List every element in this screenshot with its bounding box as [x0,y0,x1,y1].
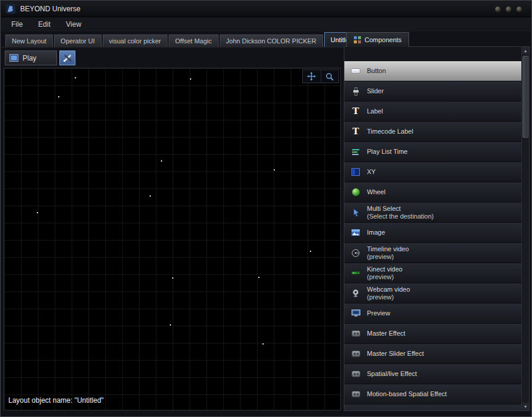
component-item-webcam-video[interactable]: Webcam video(preview) [344,283,521,304]
tab-offset-magic[interactable]: Offset Magic [169,34,218,47]
star-dot [170,324,171,326]
component-item-timecode-label[interactable]: TTimecode Label [344,122,521,142]
menu-edit[interactable]: Edit [30,18,58,31]
component-item-slider[interactable]: Slider [344,81,521,102]
kinect-video-icon [344,270,367,276]
star-dot [190,78,191,80]
component-item-pause-effect[interactable]: Pause Effect [344,405,521,410]
star-dot [37,212,38,213]
components-list: ButtonSliderTLabelTTimecode LabelPlay Li… [344,47,521,410]
maximize-button[interactable] [505,6,512,12]
menu-bar: FileEditView [1,17,531,31]
timeline-video-icon [344,249,367,257]
scrollbar-thumb[interactable] [522,56,528,138]
star-dot [274,169,275,170]
component-item-kinect-video[interactable]: Kinect video(preview) [344,263,521,283]
menu-view[interactable]: View [58,18,89,31]
xy-icon [344,168,367,176]
component-item-label: Play List Time [367,148,407,156]
play-button[interactable]: Play [5,50,57,65]
component-item-text: Image [367,229,385,236]
tab-visual-color-picker[interactable]: visual color picker [103,34,167,47]
window-title: BEYOND Universe [20,5,80,13]
webcam-video-icon [344,289,367,298]
multi-select-icon [344,208,367,217]
components-scrollbar[interactable]: ▲ ▼ [521,47,529,410]
component-item-label: Master Effect [367,330,406,337]
star-dot [75,77,76,78]
layout-canvas[interactable]: Layout object name: "Untitled" [4,68,341,410]
component-item-button[interactable]: Button [344,61,521,81]
component-item-motion-based-spatial-effect[interactable]: Motion-based Spatial Effect [344,384,521,405]
tab-operator-ui[interactable]: Operator UI [54,34,101,47]
components-icon [354,36,361,43]
component-item-label: Multi Select [367,205,434,213]
menu-file[interactable]: File [4,18,30,31]
component-item-wheel[interactable]: Wheel [344,182,521,203]
component-item-text: Webcam video(preview) [367,286,410,301]
component-item-spatial-live-effect[interactable]: Spatial/live Effect [344,364,521,384]
component-item-label: Label [367,108,383,115]
component-item-master-effect[interactable]: Master Effect [344,324,521,344]
preview-icon [344,309,367,317]
component-item-sublabel: (Select the destination) [367,213,434,220]
image-icon [344,229,367,236]
component-item-label: Kinect video [367,266,403,273]
tab-new-layout[interactable]: New Layout [5,34,53,47]
close-button[interactable] [516,6,522,12]
component-item-sublabel: (preview) [367,273,403,281]
component-item-label: Timeline video [367,245,409,253]
scroll-up-arrow-icon[interactable]: ▲ [522,47,529,55]
component-item-label: Wheel [367,188,385,196]
component-item-label: Image [367,229,385,236]
component-item-preview[interactable]: Preview [344,304,521,324]
component-item-label: Webcam video [367,286,410,293]
component-item-sublabel: (preview) [367,293,410,301]
star-dot [150,195,151,197]
component-item-label: Spatial/live Effect [367,370,417,378]
wheel-icon [344,188,367,196]
component-item-timeline-video[interactable]: Timeline video(preview) [344,243,521,263]
component-item-text: Multi Select(Select the destination) [367,205,434,220]
button-icon [344,68,367,74]
magic-wand-icon [63,54,72,62]
component-item-multi-select[interactable]: Multi Select(Select the destination) [344,203,521,223]
minimize-button[interactable] [495,6,501,12]
layout-object-name-status: Layout object name: "Untitled" [8,396,104,405]
effect-icon [344,391,367,397]
component-item-master-slider-effect[interactable]: Master Slider Effect [344,344,521,364]
component-item-label: Slider [367,87,384,95]
play-button-label: Play [23,54,36,62]
component-item-text: Play List Time [367,148,407,156]
component-item-sublabel: (preview) [367,253,409,261]
component-item-text: Timecode Label [367,128,413,135]
canvas-toolbar [302,70,339,83]
tab-components[interactable]: Components [346,32,409,47]
star-dot [258,277,259,278]
star-dot [262,343,264,345]
component-item-image[interactable]: Image [344,223,521,243]
components-panel: ButtonSliderTLabelTTimecode LabelPlay Li… [344,46,530,411]
star-dot [172,277,173,279]
effect-icon [344,350,367,357]
magnifier-icon [325,72,334,81]
pan-button[interactable] [303,70,321,83]
component-item-text: Timeline video(preview) [367,245,409,261]
components-tab-label: Components [365,36,401,43]
component-item-label: Button [367,67,386,75]
component-item-text: Motion-based Spatial Effect [367,390,446,398]
component-item-label: Preview [367,309,390,317]
timecode-label-icon: T [344,127,367,136]
component-item-label[interactable]: TLabel [344,102,521,122]
tab-john-dickson-color-picker[interactable]: John Dickson COLOR PICKER [220,34,323,47]
component-item-xy[interactable]: XY [344,162,521,182]
magic-tools-button[interactable] [59,50,75,65]
component-item-label: Timecode Label [367,128,413,135]
component-item-play-list-time[interactable]: Play List Time [344,142,521,162]
zoom-button[interactable] [321,70,339,83]
move-icon [307,72,316,81]
component-item-label: Motion-based Spatial Effect [367,390,446,398]
component-item-text: Kinect video(preview) [367,266,403,281]
component-item-text: Master Effect [367,330,406,337]
scroll-down-arrow-icon[interactable]: ▼ [522,402,529,410]
